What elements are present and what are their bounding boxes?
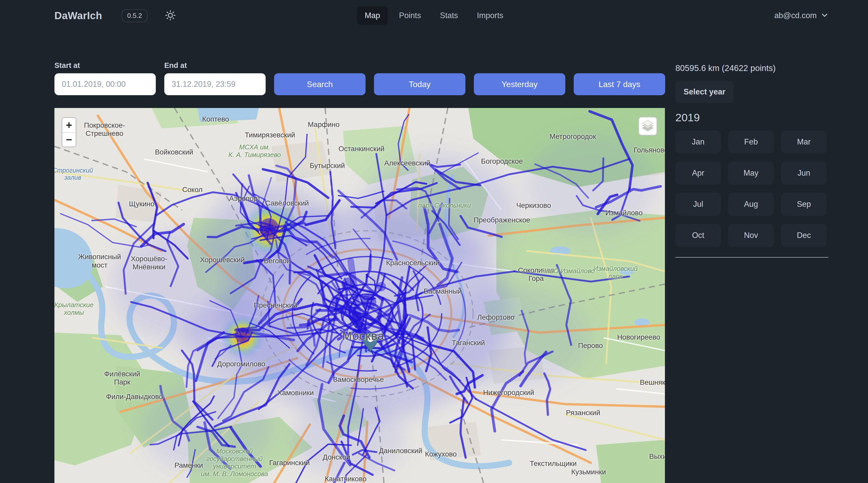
layers-icon xyxy=(642,120,654,132)
start-at-input[interactable] xyxy=(54,73,156,95)
tab-imports[interactable]: Imports xyxy=(469,6,511,25)
month-button-mar[interactable]: Mar xyxy=(781,130,827,154)
tab-stats[interactable]: Stats xyxy=(432,6,466,25)
sidebar-divider xyxy=(675,257,828,258)
tab-points[interactable]: Points xyxy=(391,6,429,25)
distance-points-summary: 80595.6 km (24622 points) xyxy=(675,63,828,73)
today-button[interactable]: Today xyxy=(374,73,465,95)
month-button-oct[interactable]: Oct xyxy=(675,224,721,247)
yesterday-button[interactable]: Yesterday xyxy=(474,73,565,95)
app-logo[interactable]: DaWarIch xyxy=(54,10,102,22)
navbar: DaWarIch 0.5.2 Map Points Stats Imports … xyxy=(0,0,868,31)
month-button-feb[interactable]: Feb xyxy=(728,130,774,154)
dawarich-app: DaWarIch 0.5.2 Map Points Stats Imports … xyxy=(0,0,868,483)
select-year-button[interactable]: Select year xyxy=(675,81,734,103)
month-button-apr[interactable]: Apr xyxy=(675,162,721,185)
map-layers-control[interactable] xyxy=(638,117,657,135)
zoom-in-button[interactable]: + xyxy=(62,118,75,132)
search-button[interactable]: Search xyxy=(274,73,366,95)
end-at-field: End at xyxy=(164,61,266,95)
month-button-aug[interactable]: Aug xyxy=(728,193,774,216)
main-nav-tabs: Map Points Stats Imports xyxy=(357,6,511,25)
version-badge: 0.5.2 xyxy=(122,9,148,22)
map-canvas xyxy=(54,108,665,483)
start-at-label: Start at xyxy=(54,61,156,70)
months-grid: Jan Feb Mar Apr May Jun Jul Aug Sep Oct … xyxy=(675,130,828,247)
tab-map[interactable]: Map xyxy=(357,6,388,25)
month-button-nov[interactable]: Nov xyxy=(728,224,774,247)
month-button-sep[interactable]: Sep xyxy=(781,193,827,216)
end-at-input[interactable] xyxy=(164,73,266,95)
end-at-label: End at xyxy=(164,61,266,70)
month-button-may[interactable]: May xyxy=(728,162,774,185)
month-button-jul[interactable]: Jul xyxy=(675,193,721,216)
user-menu[interactable]: ab@cd.com xyxy=(774,11,828,20)
year-heading: 2019 xyxy=(675,111,828,124)
month-button-jun[interactable]: Jun xyxy=(781,162,827,185)
last-7-days-button[interactable]: Last 7 days xyxy=(574,73,665,95)
map-zoom-control: + − xyxy=(62,117,76,147)
month-button-dec[interactable]: Dec xyxy=(781,224,827,247)
user-email: ab@cd.com xyxy=(774,11,817,20)
start-at-field: Start at xyxy=(54,61,156,95)
zoom-out-button[interactable]: − xyxy=(62,132,75,147)
chevron-down-icon xyxy=(821,11,828,20)
theme-toggle-button[interactable] xyxy=(164,9,176,22)
year-sidebar: 80595.6 km (24622 points) Select year 20… xyxy=(675,63,828,258)
sun-icon xyxy=(164,9,176,22)
map[interactable]: КоптевоПокровское- СтрешневоТимирязевски… xyxy=(54,108,665,483)
month-button-jan[interactable]: Jan xyxy=(675,130,721,154)
